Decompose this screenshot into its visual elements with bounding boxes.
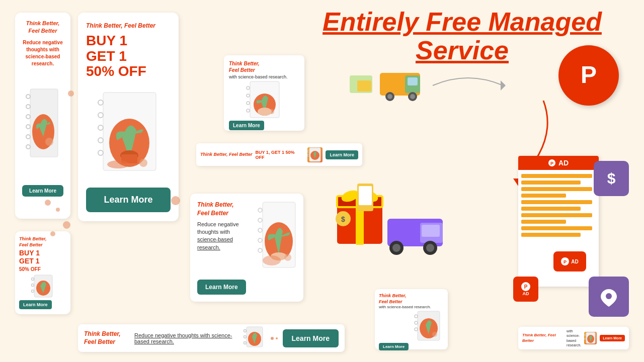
- card-tall-left: Think Better, Feel Better Reduce negativ…: [15, 13, 70, 219]
- bottom-small-brand: Think Better, Feel Better: [379, 293, 444, 305]
- svg-point-94: [244, 342, 246, 344]
- ad-badge-dollar: $: [594, 161, 629, 196]
- bottom-banner-thumb: [243, 326, 266, 350]
- card-small-notebook: Think Better, Feel Better with science-b…: [224, 55, 304, 131]
- card-bottom-banner: Think Better, Feel Better Reduce negativ…: [78, 324, 345, 352]
- card-medium: Think Better, Feel Better Reduce negativ…: [190, 194, 303, 302]
- bottom-left-learn-btn[interactable]: Learn More: [19, 300, 52, 309]
- svg-point-78: [284, 254, 291, 261]
- pinterest-logo: P: [558, 45, 619, 106]
- svg-point-67: [307, 150, 309, 152]
- svg-point-79: [263, 255, 281, 265]
- svg-rect-3: [357, 80, 371, 92]
- banner-learn-btn[interactable]: Learn More: [326, 150, 358, 159]
- svg-point-51: [98, 138, 103, 143]
- medium-learn-btn[interactable]: Learn More: [197, 280, 246, 295]
- svg-point-52: [98, 150, 103, 155]
- svg-point-81: [415, 315, 418, 318]
- svg-point-92: [244, 330, 246, 332]
- svg-marker-11: [501, 80, 506, 90]
- svg-text:P: P: [581, 61, 597, 88]
- ad-badge-red: P AD: [513, 277, 538, 302]
- tall-right-notebook: [86, 81, 171, 184]
- bottom-right-learn-btn[interactable]: Learn More: [600, 335, 625, 341]
- svg-point-87: [32, 278, 34, 280]
- card-bottom-small: Think Better, Feel Better with science-b…: [375, 289, 448, 349]
- bottom-small-desc: with science-based research.: [379, 305, 444, 310]
- svg-point-61: [247, 102, 250, 105]
- svg-point-59: [247, 86, 250, 89]
- bottom-banner-desc: Reduce negative thoughts with science-ba…: [134, 332, 238, 344]
- ad-collection: P AD P AD P AD $: [518, 156, 629, 317]
- tall-left-learn-btn[interactable]: Learn More: [22, 185, 63, 197]
- svg-point-73: [258, 228, 262, 232]
- svg-point-42: [26, 125, 30, 129]
- svg-point-85: [432, 332, 437, 337]
- medium-notebook: [257, 201, 299, 272]
- svg-point-93: [244, 336, 246, 338]
- card-small-bottom-left: Think Better, Feel Better BUY 1 GET 1 50…: [15, 231, 70, 314]
- svg-point-40: [26, 105, 30, 109]
- bottom-banner-brand: Think Better, Feel Better: [84, 330, 129, 346]
- svg-text:P: P: [524, 284, 528, 290]
- svg-text:P: P: [564, 259, 567, 264]
- ad-label: AD: [558, 159, 569, 167]
- bottom-right-thumb: [584, 332, 597, 344]
- svg-point-68: [307, 154, 309, 156]
- bottom-left-brand: Think Better, Feel Better: [19, 236, 66, 248]
- svg-point-98: [585, 338, 586, 340]
- arrow-to-pinterest: [428, 65, 528, 106]
- delivery-area: $: [327, 166, 453, 266]
- svg-point-43: [26, 135, 30, 139]
- bottom-small-learn-btn[interactable]: Learn More: [379, 343, 409, 350]
- banner-notebook-thumb: [307, 147, 323, 162]
- svg-point-71: [258, 208, 262, 212]
- banner-sale: BUY 1, GET 1 50% OFF: [256, 150, 305, 160]
- svg-point-82: [415, 321, 418, 324]
- svg-point-89: [32, 290, 34, 292]
- svg-point-44: [26, 145, 30, 149]
- svg-point-72: [258, 218, 262, 222]
- tall-right-sale: BUY 1 GET 1 50% OFF: [86, 33, 171, 79]
- tall-right-brand: Think Better, Feel Better: [86, 22, 171, 30]
- svg-text:P: P: [550, 161, 553, 166]
- svg-point-65: [258, 108, 272, 116]
- svg-point-37: [606, 293, 612, 299]
- bottom-left-sale: BUY 1 GET 1 50% OFF: [19, 249, 66, 273]
- svg-point-49: [98, 113, 103, 118]
- svg-point-57: [139, 159, 147, 167]
- small-notebook-brand: Think Better, Feel Better with science-b…: [229, 60, 299, 80]
- svg-rect-10: [408, 77, 418, 85]
- card-bottom-right: Think Better, Feel Better with science-b…: [518, 327, 629, 349]
- svg-rect-30: [422, 225, 440, 237]
- bottom-banner-learn-btn[interactable]: Learn More: [283, 329, 339, 347]
- svg-point-29: [426, 244, 434, 252]
- svg-point-74: [258, 238, 262, 242]
- truck-area: [342, 60, 443, 111]
- bottom-banner-dots: [271, 337, 278, 340]
- ad-lines: [518, 170, 599, 243]
- svg-point-39: [26, 95, 30, 99]
- svg-point-56: [107, 160, 129, 168]
- svg-point-60: [247, 94, 250, 97]
- svg-text:$: $: [341, 215, 345, 223]
- bottom-right-desc: with science-based research.: [567, 329, 581, 347]
- svg-point-83: [415, 328, 418, 331]
- svg-point-41: [26, 115, 30, 119]
- svg-point-9: [410, 94, 415, 99]
- ad-badge-label2: P AD: [553, 251, 586, 272]
- small-notebook-img: [229, 80, 299, 121]
- bottom-small-img: [379, 310, 444, 343]
- small-notebook-learn-btn[interactable]: Learn More: [229, 121, 264, 130]
- ad-header: P AD: [518, 156, 599, 170]
- svg-point-88: [32, 284, 34, 286]
- ad-badge-location: [589, 277, 629, 317]
- svg-point-7: [387, 94, 392, 99]
- bottom-left-notebook: [19, 273, 66, 300]
- svg-point-50: [98, 125, 103, 130]
- svg-point-75: [258, 248, 262, 252]
- tall-left-brand: Think Better, Feel Better: [20, 20, 65, 35]
- svg-point-46: [45, 138, 53, 146]
- svg-rect-21: [359, 186, 372, 205]
- tall-right-learn-btn[interactable]: Learn More: [86, 188, 171, 212]
